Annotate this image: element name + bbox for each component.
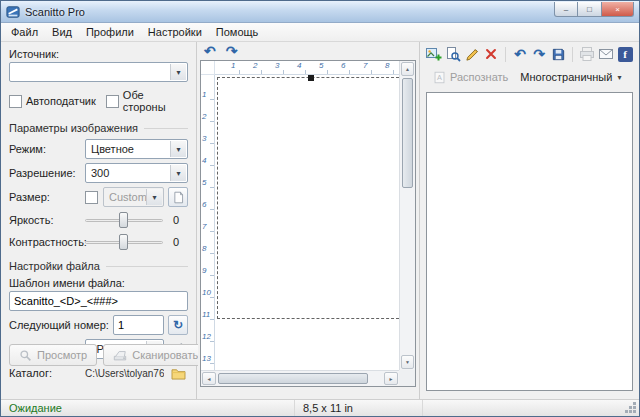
preview-button-label: Просмотр <box>37 349 87 361</box>
contrast-slider[interactable] <box>85 233 163 251</box>
mode-value: Цветное <box>91 143 134 155</box>
ruler-vertical: 12345678910111213 <box>201 75 215 370</box>
size-checkbox[interactable] <box>85 191 98 204</box>
preview-button[interactable]: Просмотр <box>9 344 97 366</box>
refresh-icon: ↻ <box>173 318 183 332</box>
selection-rectangle[interactable] <box>217 77 399 319</box>
menu-bar: Файл Вид Профили Настройки Помощь <box>1 23 639 42</box>
rotate-right-icon[interactable]: ↷ <box>226 44 238 58</box>
resolution-combobox[interactable]: 300 ▾ <box>85 163 188 183</box>
brightness-slider[interactable] <box>85 211 163 229</box>
folder-label: Каталог: <box>9 367 85 379</box>
checkbox-box[interactable] <box>9 95 22 108</box>
size-settings-button[interactable] <box>168 187 188 207</box>
chevron-down-icon[interactable]: ▾ <box>146 189 162 205</box>
facebook-icon: f <box>618 47 633 62</box>
menu-item-help[interactable]: Помощь <box>209 24 266 40</box>
window-controls: – □ × <box>554 2 634 17</box>
printer-icon <box>579 46 595 62</box>
horizontal-scrollbar-thumb[interactable] <box>218 373 368 384</box>
pages-toolbar: ↶ ↷ f <box>420 42 639 66</box>
app-icon <box>6 5 20 19</box>
close-button[interactable]: × <box>602 2 634 17</box>
recognize-button[interactable]: A Распознать <box>427 69 514 86</box>
selection-handle[interactable] <box>308 75 314 81</box>
email-icon <box>598 47 614 61</box>
size-combobox[interactable]: Custom ▾ <box>103 187 164 207</box>
scan-button-label: Сканировать <box>132 349 198 361</box>
edit-page-button[interactable] <box>463 44 481 64</box>
app-window: Scanitto Pro – □ × Файл Вид Профили Наст… <box>0 0 640 417</box>
undo-icon: ↶ <box>514 47 526 61</box>
slider-thumb[interactable] <box>119 234 128 250</box>
chevron-down-icon: ▾ <box>617 73 621 82</box>
toolbar-separator <box>505 47 506 62</box>
status-text: Ожидание <box>1 400 295 416</box>
chevron-down-icon[interactable]: ▾ <box>170 64 186 80</box>
duplex-checkbox[interactable]: Обе стороны <box>106 89 178 113</box>
preview-viewport: 12345678 in 12345678910111213 ▲ ▼ ◄ ► <box>200 60 416 387</box>
folder-path: C:\Users\tolyan76\Pictures\ <box>85 368 164 379</box>
pages-toolbar-row2: A Распознать Многостраничный ▾ <box>420 66 639 88</box>
browse-folder-button[interactable] <box>168 363 188 383</box>
scroll-right-icon[interactable]: ► <box>384 372 398 385</box>
chevron-down-icon[interactable]: ▾ <box>170 141 186 157</box>
vertical-scrollbar[interactable]: ▲ ▼ <box>399 61 415 370</box>
view-page-icon <box>445 46 461 62</box>
reset-number-button[interactable]: ↻ <box>168 315 188 335</box>
delete-icon <box>484 47 498 61</box>
scroll-left-icon[interactable]: ◄ <box>202 372 216 385</box>
scroll-up-icon[interactable]: ▲ <box>401 62 414 76</box>
filename-template-input[interactable] <box>9 291 188 311</box>
add-image-button[interactable] <box>425 44 443 64</box>
size-value: Custom <box>109 191 147 203</box>
delete-page-button[interactable] <box>482 44 500 64</box>
resolution-label: Разрешение: <box>9 167 85 179</box>
multipage-dropdown[interactable]: Многостраничный ▾ <box>514 69 627 85</box>
pencil-icon <box>465 47 480 62</box>
redo-icon: ↷ <box>533 47 545 61</box>
save-button[interactable] <box>549 44 567 64</box>
file-settings-header: Настройки файла <box>9 260 188 272</box>
facebook-button[interactable]: f <box>616 44 634 64</box>
view-page-button[interactable] <box>444 44 462 64</box>
mode-combobox[interactable]: Цветное ▾ <box>85 139 188 159</box>
horizontal-scrollbar[interactable]: ◄ ► <box>201 370 399 386</box>
checkbox-box[interactable] <box>85 191 98 204</box>
ruler-horizontal: 12345678 <box>215 61 399 75</box>
window-title: Scanitto Pro <box>25 6 85 18</box>
toolbar-separator <box>572 47 573 62</box>
vertical-scrollbar-thumb[interactable] <box>402 78 413 188</box>
filename-template-label: Шаблон имени файла: <box>9 277 188 289</box>
email-button[interactable] <box>597 44 615 64</box>
menu-item-profiles[interactable]: Профили <box>79 24 141 40</box>
source-combobox[interactable]: ▾ <box>9 62 188 82</box>
preview-panel: ↶ ↷ 12345678 in 12345678910111213 ▲ ▼ ◄ … <box>198 42 419 399</box>
next-number-input[interactable] <box>113 315 164 335</box>
resize-grip-icon[interactable] <box>625 402 637 414</box>
menu-item-view[interactable]: Вид <box>45 24 79 40</box>
chevron-down-icon[interactable]: ▾ <box>170 165 186 181</box>
checkbox-box[interactable] <box>106 95 119 108</box>
rotate-left-icon[interactable]: ↶ <box>204 44 216 58</box>
ruler-corner <box>201 61 215 75</box>
image-params-header: Параметры изображения <box>9 122 188 134</box>
redo-button[interactable]: ↷ <box>530 44 548 64</box>
menu-item-settings[interactable]: Настройки <box>141 24 209 40</box>
source-label: Источник: <box>9 48 188 60</box>
recognize-button-label: Распознать <box>450 71 508 83</box>
slider-thumb[interactable] <box>119 212 128 228</box>
pages-list-area[interactable] <box>426 92 633 391</box>
folder-icon <box>171 367 186 380</box>
undo-button[interactable]: ↶ <box>511 44 529 64</box>
adf-checkbox[interactable]: Автоподатчик <box>9 95 96 108</box>
scroll-down-icon[interactable]: ▼ <box>401 355 414 369</box>
print-button[interactable] <box>578 44 596 64</box>
minimize-button[interactable]: – <box>554 2 578 17</box>
resolution-value: 300 <box>91 167 109 179</box>
maximize-button[interactable]: □ <box>578 2 602 17</box>
titlebar: Scanitto Pro – □ × <box>1 1 639 23</box>
menu-item-file[interactable]: Файл <box>4 24 45 40</box>
scan-bed-area <box>215 75 399 370</box>
multipage-dropdown-label: Многостраничный <box>520 71 612 83</box>
